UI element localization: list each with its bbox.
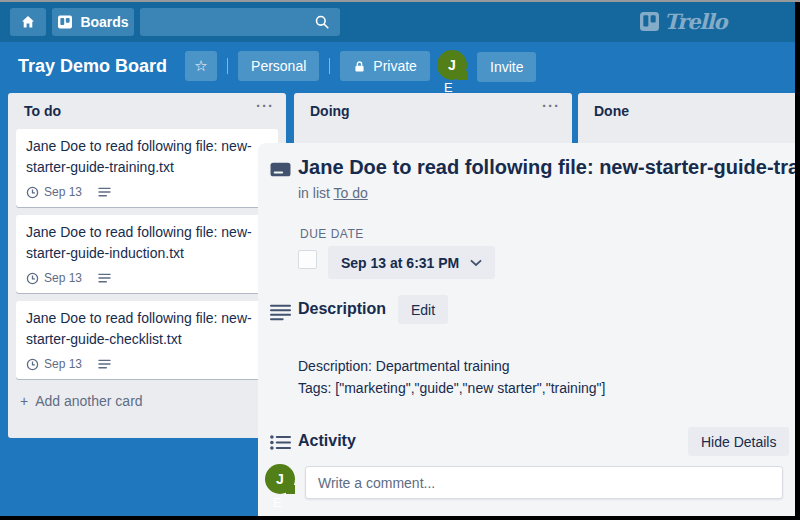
list-todo-menu-icon[interactable]: ··· [256,97,274,114]
personal-button-label: Personal [251,58,306,74]
avatar-initial-overflow: E [444,80,453,95]
description-badge-icon [98,187,111,198]
chevron-down-icon [470,259,482,267]
private-button[interactable]: Private [340,51,430,81]
card-detail-modal: Jane Doe to read following file: new-sta… [258,143,800,520]
invite-button[interactable]: Invite [477,52,536,82]
board-header: Tray Demo Board ☆ Personal Private [0,42,800,90]
trello-logo[interactable]: Trello [640,9,727,34]
top-nav-bar: Boards Trello [0,2,800,42]
description-heading: Description [298,300,386,318]
edit-button-label: Edit [411,302,435,318]
boards-icon [57,14,73,30]
add-another-card-button[interactable]: + Add another card [8,387,286,419]
due-badge: Sep 13 [44,357,82,371]
modal-in-list: in list To do [298,185,368,201]
card-title: Jane Doe to read following file: new-sta… [26,308,268,350]
header-divider [329,58,330,74]
in-list-link[interactable]: To do [334,185,368,201]
plus-icon: + [20,393,28,409]
description-tags-line: Tags: ["marketing","guide","new starter"… [298,377,605,399]
due-date-label: DUE DATE [300,227,364,241]
avatar-initial: J [276,471,284,487]
modal-card-title[interactable]: Jane Doe to read following file: new-sta… [298,156,800,179]
hide-details-button[interactable]: Hide Details [688,427,789,456]
comment-input-wrap [305,466,783,499]
trello-logo-icon [640,12,659,31]
clock-icon [26,186,39,199]
personal-button[interactable]: Personal [238,51,319,81]
trello-logo-wordmark: Trello [664,9,727,34]
hide-details-label: Hide Details [701,434,776,450]
clock-icon [26,358,39,371]
due-date-checkbox[interactable] [298,250,317,269]
clock-icon [26,272,39,285]
due-badge: Sep 13 [44,185,82,199]
comment-input[interactable] [306,467,800,498]
add-card-label: Add another card [35,393,142,409]
list-doing-menu-icon[interactable]: ··· [542,97,560,114]
card-title: Jane Doe to read following file: new-sta… [26,222,268,264]
window-right-edge [795,0,800,520]
description-body: Description: Departmental training Tags:… [298,355,605,399]
card-induction[interactable]: Jane Doe to read following file: new-sta… [16,215,278,293]
search-input[interactable] [140,8,340,36]
avatar-initial: J [448,57,456,73]
list-todo-name[interactable]: To do [8,93,286,125]
activity-heading: Activity [298,432,356,450]
description-line: Description: Departmental training [298,355,605,377]
comment-avatar: J [265,464,295,494]
header-divider [227,58,228,74]
due-date-button[interactable]: Sep 13 at 6:31 PM [328,246,495,279]
card-icon [270,161,291,178]
search-icon [314,14,330,30]
card-checklist[interactable]: Jane Doe to read following file: new-sta… [16,301,278,379]
description-badge-icon [98,359,111,370]
window-top-edge [0,0,800,2]
home-button[interactable] [10,8,46,36]
private-button-label: Private [373,58,417,74]
trello-app-window: Boards Trello Tray Demo Board ☆ Personal [0,0,800,520]
in-list-prefix: in list [298,185,330,201]
home-icon [20,14,36,30]
star-board-button[interactable]: ☆ [185,51,217,81]
activity-icon [270,435,291,451]
board-title: Tray Demo Board [18,56,167,77]
list-done-name[interactable]: Done [578,93,800,125]
description-icon [270,304,291,321]
list-todo: To do ··· Jane Doe to read following fil… [8,93,286,438]
boards-button-label: Boards [80,14,128,30]
card-badges: Sep 13 [26,185,268,199]
card-badges: Sep 13 [26,357,268,371]
edit-description-button[interactable]: Edit [398,295,448,324]
list-todo-cards: Jane Doe to read following file: new-sta… [8,125,286,379]
card-title: Jane Doe to read following file: new-sta… [26,136,268,178]
due-date-value: Sep 13 at 6:31 PM [341,255,459,271]
avatar-initial-overflow: E [273,495,282,510]
card-badges: Sep 13 [26,271,268,285]
due-badge: Sep 13 [44,271,82,285]
list-doing-name[interactable]: Doing [294,93,572,125]
boards-button[interactable]: Boards [52,8,134,36]
lock-icon [353,60,366,73]
description-badge-icon [98,273,111,284]
window-bottom-edge [0,516,800,520]
invite-button-label: Invite [490,59,523,75]
card-training[interactable]: Jane Doe to read following file: new-sta… [16,129,278,207]
member-avatar[interactable]: J [437,50,467,80]
star-icon: ☆ [194,57,207,75]
